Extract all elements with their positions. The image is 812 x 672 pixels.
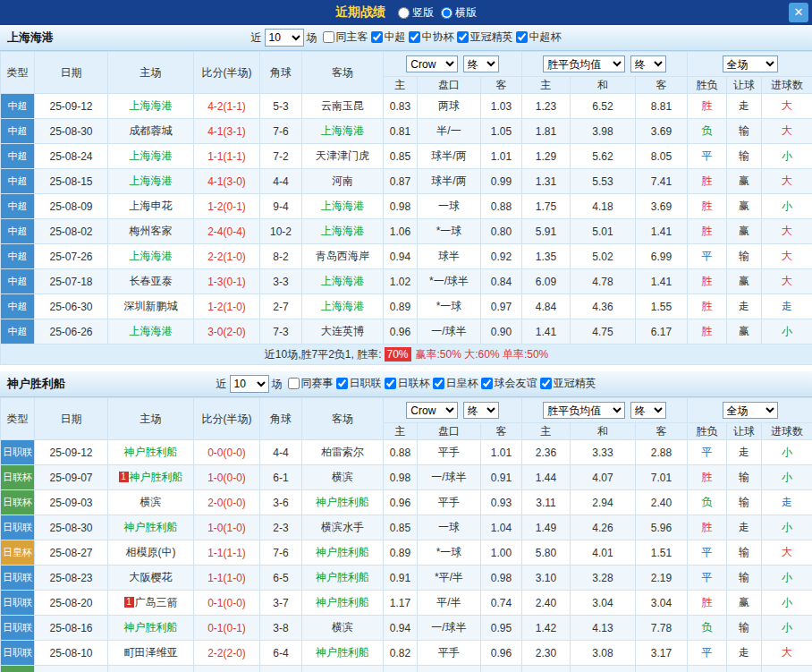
away-team: 上海海港 bbox=[302, 269, 384, 294]
match-score: 1-1(1-0) bbox=[194, 666, 260, 672]
corner-score: 6-4 bbox=[260, 641, 302, 666]
competition-filter[interactable]: 亚冠精英 bbox=[457, 30, 513, 45]
competition-filters: 同赛事日职联日联杯日皇杯球会友谊亚冠精英 bbox=[285, 376, 596, 392]
match-row: 中超25-06-30深圳新鹏城1-2(1-0)2-7上海海港0.89*一球0.9… bbox=[1, 294, 812, 319]
scope-select[interactable]: 全场 bbox=[723, 402, 778, 419]
odds-average-select[interactable]: 胜平负均值 bbox=[543, 402, 625, 419]
competition-checkbox[interactable] bbox=[516, 31, 528, 43]
opponent-team-name: 天津津门虎 bbox=[316, 149, 369, 162]
result-goals: 小 bbox=[762, 144, 812, 169]
odds-lose bbox=[636, 666, 688, 672]
competition-filter[interactable]: 日联杯 bbox=[385, 376, 430, 391]
competition-checkbox[interactable] bbox=[540, 378, 552, 389]
competition-checkbox[interactable] bbox=[288, 378, 300, 389]
competition-filter[interactable]: 日皇杯 bbox=[433, 376, 478, 391]
result-group: 全场 bbox=[688, 398, 812, 423]
competition-checkbox[interactable] bbox=[457, 31, 469, 43]
self-team-name: 上海海港 bbox=[321, 225, 364, 237]
odds-win: 5.80 bbox=[522, 540, 571, 566]
handicap-odds-away: 1.03 bbox=[481, 94, 522, 119]
competition-checkbox[interactable] bbox=[336, 378, 348, 389]
result-goals: 小 bbox=[762, 194, 812, 219]
handicap-odds-group: Crow 终 bbox=[384, 52, 522, 77]
competition-checkbox[interactable] bbox=[371, 31, 383, 43]
handicap-final-select[interactable]: 终 bbox=[463, 402, 499, 419]
away-team: 神户胜利船 bbox=[302, 591, 384, 616]
result-wdl: 胜 bbox=[688, 294, 727, 319]
result-goals: 大 bbox=[762, 219, 812, 244]
handicap-odds-home: 0.89 bbox=[384, 540, 418, 566]
odds-win: 1.35 bbox=[522, 244, 571, 269]
home-team: 相模原(中) bbox=[108, 540, 194, 566]
horizontal-layout-radio[interactable] bbox=[441, 7, 453, 19]
result-handicap: 输 bbox=[727, 490, 762, 515]
competition-checkbox[interactable] bbox=[481, 378, 493, 389]
odds-draw: 5.02 bbox=[571, 244, 636, 269]
result-handicap: 输 bbox=[727, 465, 762, 490]
match-row: 球会友谊25-08-06神户胜利船1-1(1-0)10-6东洋大学0.82一/球… bbox=[1, 666, 812, 672]
away-team: 上海海港 bbox=[302, 194, 384, 219]
odds-lose: 3.04 bbox=[636, 591, 688, 616]
competition-checkbox[interactable] bbox=[409, 31, 420, 43]
bookmaker-select[interactable]: Crow bbox=[406, 402, 458, 419]
competition-checkbox[interactable] bbox=[323, 31, 334, 43]
handicap-final-select[interactable]: 终 bbox=[463, 55, 499, 72]
handicap-odds-group: Crow 终 bbox=[384, 398, 522, 423]
col-handicap: 盘口 bbox=[418, 423, 481, 440]
vertical-layout-radio[interactable] bbox=[398, 7, 410, 19]
match-type: 中超 bbox=[1, 194, 35, 219]
odds-lose: 1.41 bbox=[636, 269, 688, 294]
odds-average-select[interactable]: 胜平负均值 bbox=[543, 55, 625, 72]
handicap-odds-home: 0.88 bbox=[384, 440, 418, 465]
competition-filter[interactable]: 中协杯 bbox=[409, 30, 454, 45]
result-wdl: 胜 bbox=[688, 269, 727, 294]
handicap-line: 球半/两 bbox=[418, 144, 481, 169]
away-team: 上海海港 bbox=[302, 294, 384, 319]
result-wdl: 胜 bbox=[688, 591, 727, 616]
euro-final-select[interactable]: 终 bbox=[630, 55, 666, 72]
bookmaker-select[interactable]: Crow bbox=[406, 55, 458, 72]
handicap-odds-away: 0.88 bbox=[481, 194, 522, 219]
opponent-team-name: 上海申花 bbox=[130, 200, 173, 212]
competition-filter[interactable]: 日职联 bbox=[336, 376, 382, 391]
result-wdl: 平 bbox=[688, 540, 727, 566]
team-section: 上海海港 近 10 场 同主客中超中协杯亚冠精英中超杯 类型 日期 主场 比分(… bbox=[0, 25, 812, 365]
competition-filter[interactable]: 中超 bbox=[371, 30, 406, 45]
competition-checkbox[interactable] bbox=[433, 378, 444, 389]
competition-filter[interactable]: 同主客 bbox=[323, 30, 368, 45]
competition-filter[interactable]: 亚冠精英 bbox=[540, 376, 596, 391]
col-corner: 角球 bbox=[260, 52, 302, 94]
handicap-odds-away: 0.97 bbox=[481, 294, 522, 319]
competition-checkbox[interactable] bbox=[385, 378, 396, 389]
odds-draw: 3.28 bbox=[571, 566, 636, 591]
competition-label: 同赛事 bbox=[301, 376, 334, 391]
match-score: 1-0(0-0) bbox=[194, 465, 260, 490]
scope-select[interactable]: 全场 bbox=[723, 55, 778, 72]
match-row: 中超25-08-30成都蓉城4-1(3-1)7-6上海海港0.81半/一1.05… bbox=[1, 119, 812, 144]
handicap-line: 一/球半 bbox=[418, 465, 481, 490]
col-odds-home: 主 bbox=[384, 77, 418, 94]
section-header: 上海海港 近 10 场 同主客中超中协杯亚冠精英中超杯 bbox=[0, 25, 812, 51]
result-handicap: 赢 bbox=[727, 591, 762, 616]
match-count-select[interactable]: 10 bbox=[265, 29, 304, 47]
opponent-team-name: 相模原(中) bbox=[126, 546, 176, 558]
match-date: 25-08-16 bbox=[35, 616, 108, 641]
odds-draw: 2.94 bbox=[571, 490, 636, 515]
handicap-line: 一球 bbox=[418, 194, 481, 219]
euro-final-select[interactable]: 终 bbox=[630, 402, 666, 419]
layout-option-vertical[interactable]: 竖版 bbox=[398, 5, 434, 21]
opponent-team-name: 柏雷索尔 bbox=[321, 446, 364, 458]
match-count-select[interactable]: 10 bbox=[230, 375, 269, 393]
competition-filter[interactable]: 同赛事 bbox=[288, 376, 334, 391]
close-button[interactable]: ✕ bbox=[789, 3, 808, 22]
odds-lose: 2.19 bbox=[636, 566, 688, 591]
odds-win: 1.49 bbox=[522, 515, 571, 540]
opponent-team-name: 青岛西海岸 bbox=[316, 250, 369, 262]
handicap-odds-home: 0.89 bbox=[384, 294, 418, 319]
competition-filter[interactable]: 球会友谊 bbox=[481, 376, 537, 391]
competition-label: 中超 bbox=[385, 30, 406, 45]
layout-option-horizontal[interactable]: 横版 bbox=[441, 5, 477, 21]
odds-win: 1.31 bbox=[522, 169, 571, 194]
competition-filter[interactable]: 中超杯 bbox=[516, 30, 562, 45]
filter-bar: 近 10 场 同赛事日职联日联杯日皇杯球会友谊亚冠精英 bbox=[216, 375, 596, 393]
